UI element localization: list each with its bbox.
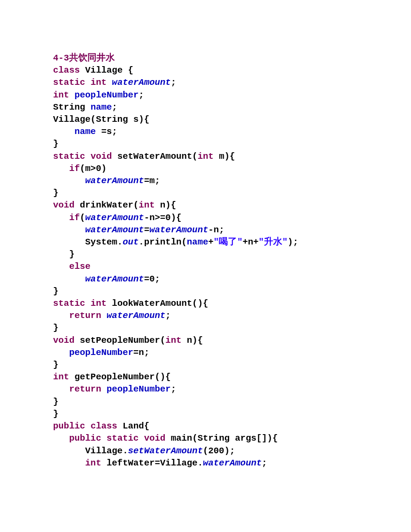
document-page: 4-3共饮同井水 class Village { static int wate… (0, 0, 411, 469)
code-block: 4-3共饮同井水 class Village { static int wate… (53, 52, 411, 469)
code-text: (m>0) (80, 164, 107, 174)
code-text: + (208, 237, 214, 247)
kw-int: int (90, 298, 107, 308)
code-text: =s; (96, 127, 117, 137)
kw-else: else (69, 261, 90, 271)
code-text: } (53, 409, 58, 419)
string-literal: "喝了" (214, 237, 243, 247)
field-peopleNumber: peopleNumber (74, 90, 139, 100)
kw-public: public (69, 433, 101, 443)
code-text: .println( (139, 237, 187, 247)
kw-int: int (53, 90, 69, 100)
code-text: leftWater=Village. (101, 458, 203, 468)
code-text: ; (139, 90, 144, 100)
code-text: =m; (144, 176, 160, 186)
string-literal: "升水" (259, 237, 288, 247)
kw-void: void (53, 200, 74, 210)
kw-static: static (53, 298, 85, 308)
kw-int: int (53, 372, 69, 382)
code-text: (200); (203, 446, 235, 456)
field-waterAmount: waterAmount (149, 225, 208, 235)
code-text: m){ (214, 151, 235, 161)
kw-int: int (90, 77, 107, 87)
code-text: +n+ (243, 237, 259, 247)
code-text: ; (171, 384, 176, 394)
code-text: } (53, 397, 58, 407)
kw-if: if (69, 213, 80, 223)
field-waterAmount: waterAmount (112, 77, 170, 87)
code-text: System. (85, 237, 123, 247)
kw-public: public (53, 421, 85, 431)
kw-void: void (90, 151, 112, 161)
code-text: Land{ (117, 421, 150, 431)
code-text: Village. (85, 446, 128, 456)
field-waterAmount: waterAmount (85, 176, 144, 186)
code-text: setWaterAmount( (112, 151, 197, 161)
code-text: = (144, 225, 149, 235)
kw-static: static (107, 433, 139, 443)
kw-int: int (139, 200, 155, 210)
code-text: String (53, 102, 90, 112)
kw-static: static (53, 151, 85, 161)
code-text: ); (287, 237, 298, 247)
field-peopleNumber: peopleNumber (69, 348, 134, 358)
code-text: } (53, 188, 58, 198)
code-text: drinkWater( (74, 200, 139, 210)
code-text: getPeopleNumber(){ (69, 372, 171, 382)
code-text: -n>=0){ (144, 213, 181, 223)
code-text: } (53, 360, 58, 370)
field-name: name (187, 237, 208, 247)
kw-int: int (197, 151, 214, 161)
code-text: Village(String s){ (53, 114, 149, 124)
field-name: name (74, 127, 96, 137)
code-text: ; (262, 458, 267, 468)
code-text: n){ (155, 200, 176, 210)
field-waterAmount: waterAmount (107, 311, 165, 321)
code-text: } (53, 286, 58, 296)
kw-int: int (85, 458, 101, 468)
code-text: } (53, 139, 58, 149)
code-text: } (53, 323, 58, 333)
field-out: out (123, 237, 139, 247)
field-peopleNumber: peopleNumber (107, 384, 171, 394)
field-waterAmount: waterAmount (203, 458, 261, 468)
kw-return: return (69, 311, 101, 321)
field-waterAmount: waterAmount (85, 274, 144, 284)
code-text: =n; (134, 348, 150, 358)
code-text: n){ (181, 335, 203, 345)
field-waterAmount: waterAmount (85, 213, 144, 223)
kw-class: class (90, 421, 117, 431)
code-text: ; (112, 102, 117, 112)
code-text: } (69, 249, 74, 259)
code-text: ( (80, 213, 85, 223)
kw-static: static (53, 77, 85, 87)
code-text: setPeopleNumber( (74, 335, 165, 345)
code-text: lookWaterAmount(){ (107, 298, 208, 308)
code-text: ; (171, 77, 176, 87)
kw-int: int (165, 335, 181, 345)
kw-void: void (53, 335, 74, 345)
kw-return: return (69, 384, 101, 394)
method-setWaterAmount: setWaterAmount (128, 446, 203, 456)
kw-if: if (69, 164, 80, 174)
code-text: -n; (208, 225, 224, 235)
code-text: main(String args[]){ (165, 433, 277, 443)
kw-void: void (144, 433, 165, 443)
code-text: =0; (144, 274, 160, 284)
code-text: ; (165, 311, 170, 321)
field-name: name (90, 102, 112, 112)
field-waterAmount: waterAmount (85, 225, 144, 235)
kw-class: class (53, 65, 80, 75)
code-text: Village { (80, 65, 134, 75)
section-title: 4-3共饮同井水 (53, 53, 115, 63)
